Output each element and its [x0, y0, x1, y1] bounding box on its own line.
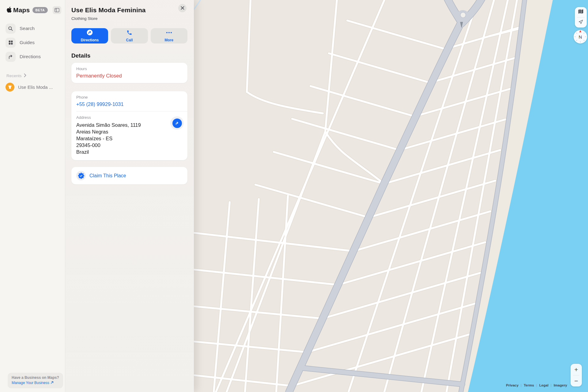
sidebar: Maps BETA Search Guides: [0, 0, 65, 392]
hours-card: Hours Permanently Closed: [71, 63, 187, 83]
legal-link-imagery[interactable]: Imagery: [554, 383, 567, 387]
sidebar-item-label: Search: [20, 26, 35, 31]
action-buttons: Directions Call More: [71, 28, 187, 43]
address-line: Brazil: [76, 149, 183, 155]
tshirt-icon: [6, 83, 14, 92]
call-button-label: Call: [126, 38, 133, 42]
zoom-in-button[interactable]: +: [571, 364, 582, 375]
address-directions-button[interactable]: [170, 116, 184, 130]
address-line: Marataízes - ES: [76, 135, 183, 142]
legal-link-privacy[interactable]: Privacy: [506, 383, 518, 387]
external-link-icon: [51, 380, 54, 386]
legal-links: Privacy | Terms | Legal | Imagery: [506, 383, 567, 387]
address-section: Address Avenida Simão Soares, 1119 Areia…: [71, 111, 187, 160]
sidebar-toggle-icon: [55, 8, 59, 12]
directions-icon: [6, 52, 16, 62]
phone-section: Phone +55 (28) 99929-1031: [71, 91, 187, 111]
logo-row: Maps BETA: [0, 0, 65, 14]
address-line: Avenida Simão Soares, 1119: [76, 122, 183, 128]
directions-circle-icon: [87, 29, 93, 37]
recent-item-use-elis[interactable]: Use Elis Moda ...: [0, 82, 65, 92]
map-style-button[interactable]: [575, 7, 587, 17]
claim-seal-icon: [76, 171, 86, 180]
phone-icon: [126, 30, 132, 37]
legal-separator: |: [518, 383, 524, 387]
more-button-label: More: [164, 38, 173, 42]
turn-right-arrow-icon: [172, 119, 182, 128]
directions-button-label: Directions: [81, 38, 99, 42]
more-button[interactable]: More: [151, 28, 187, 43]
details-heading: Details: [71, 52, 187, 59]
sidebar-item-label: Directions: [20, 54, 41, 59]
business-banner: Have a Business on Maps? Manage Your Bus…: [8, 373, 63, 388]
beta-badge: BETA: [32, 7, 47, 13]
close-button[interactable]: [178, 4, 187, 12]
phone-value[interactable]: +55 (28) 99929-1031: [76, 101, 183, 107]
place-header: Use Elis Moda Feminina Clothing Store: [71, 0, 187, 21]
search-icon: [6, 24, 16, 34]
more-dots-icon: [166, 30, 172, 37]
place-title: Use Elis Moda Feminina: [71, 6, 187, 14]
directions-button[interactable]: Directions: [71, 28, 108, 43]
sidebar-item-guides[interactable]: Guides: [0, 36, 65, 50]
map-tools: [575, 7, 587, 28]
sidebar-item-search[interactable]: Search: [0, 21, 65, 36]
legal-separator: |: [534, 383, 539, 387]
business-question: Have a Business on Maps?: [12, 375, 59, 380]
locate-button[interactable]: [575, 17, 587, 28]
phone-label: Phone: [76, 95, 183, 100]
zoom-controls: + −: [571, 364, 582, 386]
manage-business-link[interactable]: Manage Your Business: [12, 380, 59, 386]
claim-this-place-button[interactable]: Claim This Place: [71, 167, 187, 184]
call-button[interactable]: Call: [111, 28, 148, 43]
recents-header[interactable]: Recents: [0, 74, 65, 78]
hours-label: Hours: [76, 66, 183, 71]
apple-logo-icon: [7, 7, 12, 14]
recents-label: Recents: [6, 74, 22, 78]
claim-label: Claim This Place: [89, 173, 126, 179]
place-category: Clothing Store: [71, 16, 187, 21]
chevron-right-icon: [24, 74, 26, 78]
address-label: Address: [76, 115, 183, 120]
sidebar-nav: Search Guides Directions: [0, 21, 65, 64]
legal-link-legal[interactable]: Legal: [539, 383, 548, 387]
legal-link-terms[interactable]: Terms: [524, 383, 534, 387]
zoom-out-button[interactable]: −: [571, 375, 582, 387]
map-style-icon: [578, 9, 584, 15]
address-line: Areias Negras: [76, 128, 183, 135]
close-icon: [181, 6, 184, 11]
map-roundabout: [460, 12, 466, 18]
app-title: Maps: [13, 6, 30, 14]
legal-separator: |: [548, 383, 554, 387]
place-detail-panel: Use Elis Moda Feminina Clothing Store Di…: [65, 0, 194, 392]
recent-item-label: Use Elis Moda ...: [18, 85, 53, 90]
manage-business-label: Manage Your Business: [12, 380, 49, 386]
compass-dial-icon: [574, 30, 587, 43]
contact-card: Phone +55 (28) 99929-1031 Address Avenid…: [71, 91, 187, 160]
sidebar-toggle-button[interactable]: [53, 6, 61, 14]
hours-value: Permanently Closed: [76, 73, 183, 79]
sidebar-item-label: Guides: [20, 40, 35, 45]
guides-icon: [6, 38, 16, 48]
compass-button[interactable]: N: [574, 30, 587, 43]
sidebar-item-directions[interactable]: Directions: [0, 50, 65, 64]
location-arrow-icon: [578, 19, 583, 26]
address-line: 29345-000: [76, 142, 183, 149]
